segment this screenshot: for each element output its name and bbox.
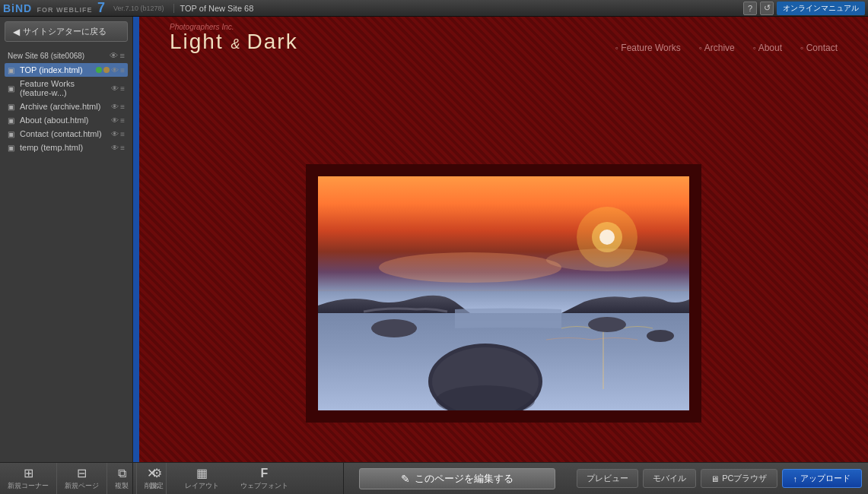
file-name: TOP (index.html)	[20, 65, 93, 74]
main-preview-area: Photographers Inc. Light & Dark ◦ Featur…	[139, 17, 868, 479]
layout-label: レイアウト	[185, 481, 219, 491]
site-icons: 👁 ≡	[110, 51, 125, 60]
svg-point-13	[647, 330, 674, 342]
file-controls: 👁 ≡	[96, 66, 125, 74]
more-icon[interactable]: ≡	[120, 144, 125, 152]
file-item-feature[interactable]: ▣ Feature Works (feature-w...) 👁 ≡	[5, 77, 128, 100]
pc-browser-button[interactable]: 🖥 PCブラウザ	[701, 469, 777, 488]
manual-button[interactable]: オンラインマニュアル	[777, 2, 865, 15]
nav-link-about[interactable]: ◦ About	[753, 43, 782, 53]
edit-page-button[interactable]: ✎ このページを編集する	[359, 468, 555, 489]
eye-icon[interactable]: 👁	[111, 66, 119, 74]
file-name: About (about.html)	[20, 116, 108, 125]
more-icon[interactable]: ≡	[120, 84, 125, 93]
site-section: New Site 68 (site0068) 👁 ≡ ▣ TOP (index.…	[0, 46, 132, 157]
site-header: New Site 68 (site0068) 👁 ≡	[5, 49, 128, 62]
logo-num: 7	[97, 0, 106, 15]
file-icon: ▣	[8, 116, 17, 125]
file-icon: ▣	[8, 144, 17, 152]
preview-content	[139, 108, 868, 479]
file-name: temp (temp.html)	[20, 143, 108, 152]
eye-icon[interactable]: 👁	[111, 130, 119, 138]
settings-icon[interactable]: ≡	[120, 51, 125, 60]
preview-photo	[318, 176, 689, 410]
upload-button[interactable]: ↑ アップロード	[782, 469, 863, 488]
nav-link-feature[interactable]: ◦ Feature Works	[615, 43, 681, 53]
file-item-archive[interactable]: ▣ Archive (archive.html) 👁 ≡	[5, 100, 128, 113]
back-to-theater-button[interactable]: ◀ サイトシアターに戻る	[5, 21, 128, 42]
file-name: Contact (contact.html)	[20, 129, 108, 138]
more-icon[interactable]: ≡	[120, 116, 125, 125]
logo-for: FOR WEBLIFE	[37, 6, 93, 14]
upload-label: アップロード	[800, 473, 851, 484]
svg-point-5	[546, 249, 668, 271]
eye-icon[interactable]: 👁	[111, 103, 119, 111]
settings-button[interactable]: ⚙ 設定	[141, 464, 173, 492]
toolbar-right-group: プレビュー モバイル 🖥 PCブラウザ ↑ アップロード	[571, 463, 868, 494]
logo-dark: Dark	[247, 30, 298, 53]
preview-button[interactable]: プレビュー	[577, 469, 638, 488]
svg-point-3	[599, 230, 615, 245]
preview-nav-links: ◦ Feature Works ◦ Archive ◦ About ◦ Cont…	[615, 24, 838, 53]
more-icon[interactable]: ≡	[120, 66, 125, 74]
pc-label: PCブラウザ	[722, 473, 767, 484]
page-title-bar: TOP of New Site 68	[173, 4, 254, 13]
svg-point-12	[588, 317, 626, 332]
duplicate-icon: ⧉	[118, 467, 126, 480]
preview-image-frame	[306, 164, 701, 423]
file-controls: 👁 ≡	[111, 116, 125, 125]
sunset-scene-svg	[318, 176, 689, 410]
more-icon[interactable]: ≡	[120, 130, 125, 138]
file-controls: 👁 ≡	[111, 103, 125, 111]
bottom-toolbar: ⊞ 新規コーナー ⊟ 新規ページ ⧉ 複製 ✕ 削除 ⚙ 設定 ▦ レイアウト …	[0, 462, 868, 494]
toolbar-left-group: ⊞ 新規コーナー ⊟ 新規ページ ⧉ 複製 ✕ 削除	[0, 463, 133, 494]
more-icon[interactable]: ≡	[120, 103, 125, 111]
file-icon: ▣	[8, 103, 17, 111]
duplicate-label: 複製	[115, 481, 129, 491]
new-page-button[interactable]: ⊟ 新規ページ	[57, 463, 107, 494]
file-item-about[interactable]: ▣ About (about.html) 👁 ≡	[5, 113, 128, 127]
file-name: Feature Works (feature-w...)	[20, 79, 108, 97]
site-name-label: New Site 68 (site0068)	[8, 52, 84, 60]
sidebar: ◀ サイトシアターに戻る New Site 68 (site0068) 👁 ≡ …	[0, 17, 133, 479]
nav-link-archive[interactable]: ◦ Archive	[699, 43, 735, 53]
version-text: Ver.7.10 (b1278)	[113, 5, 164, 12]
eye-icon[interactable]: 👁	[111, 84, 119, 93]
logo-text: BiND	[3, 2, 32, 14]
edit-label: このページを編集する	[415, 472, 513, 486]
nav-link-contact[interactable]: ◦ Contact	[800, 43, 838, 53]
file-item-top[interactable]: ▣ TOP (index.html) 👁 ≡	[5, 63, 128, 77]
topbar-left: BiND FOR WEBLIFE 7 Ver.7.10 (b1278) TOP …	[0, 0, 253, 16]
file-list: ▣ TOP (index.html) 👁 ≡ ▣ Feature Works (…	[5, 63, 128, 154]
webfont-button[interactable]: F ウェブフォント	[231, 465, 297, 492]
app-logo: BiND FOR WEBLIFE 7	[3, 0, 106, 16]
new-page-icon: ⊟	[77, 466, 87, 480]
file-icon: ▣	[8, 66, 17, 74]
mobile-button[interactable]: モバイル	[643, 469, 696, 488]
layout-button[interactable]: ▦ レイアウト	[176, 464, 228, 492]
eye-icon[interactable]: 👁	[110, 51, 118, 60]
svg-point-4	[379, 252, 561, 283]
refresh-button[interactable]: ↺	[760, 2, 774, 15]
preview-logo-area: Photographers Inc. Light & Dark	[170, 23, 298, 54]
eye-icon[interactable]: 👁	[111, 116, 119, 125]
blue-separator-bar	[133, 17, 139, 479]
file-controls: 👁 ≡	[111, 84, 125, 93]
settings-icon: ⚙	[151, 466, 162, 480]
eye-icon[interactable]: 👁	[111, 144, 119, 152]
dot-orange	[103, 67, 110, 73]
file-item-contact[interactable]: ▣ Contact (contact.html) 👁 ≡	[5, 127, 128, 141]
preview-logo: Light & Dark	[170, 30, 298, 54]
topbar-right: ? ↺ オンラインマニュアル	[743, 2, 868, 15]
svg-point-11	[371, 319, 417, 337]
new-corner-button[interactable]: ⊞ 新規コーナー	[0, 463, 57, 494]
help-button[interactable]: ?	[743, 2, 757, 15]
webfont-icon: F	[261, 467, 269, 480]
dot-green	[96, 67, 102, 73]
edit-icon: ✎	[401, 473, 410, 485]
back-button-label: サイトシアターに戻る	[23, 26, 107, 37]
pc-icon: 🖥	[711, 474, 719, 483]
file-icon: ▣	[8, 84, 17, 93]
file-item-temp[interactable]: ▣ temp (temp.html) 👁 ≡	[5, 141, 128, 154]
new-corner-icon: ⊞	[24, 466, 33, 480]
